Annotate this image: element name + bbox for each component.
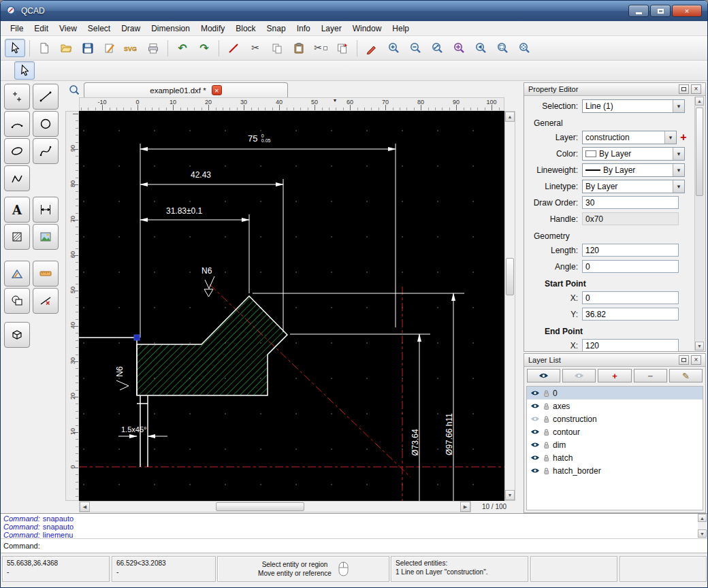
- drawing-canvas[interactable]: 75 0 0.05 42.43 31.83±0.1 N6 N6 1.5x45° …: [79, 111, 504, 501]
- zoom-out-button[interactable]: [405, 39, 425, 57]
- zoom-previous-button[interactable]: [470, 39, 491, 57]
- menu-help[interactable]: Help: [387, 22, 415, 35]
- prop-scroll-thumb[interactable]: [696, 108, 703, 196]
- hide-all-layers-button[interactable]: [562, 369, 596, 382]
- zoom-all-button[interactable]: [449, 39, 469, 57]
- layer-list-title-bar[interactable]: Layer List ×: [524, 354, 705, 367]
- draw-order-input[interactable]: [582, 196, 679, 209]
- property-pen-button[interactable]: [361, 39, 382, 57]
- canvas-hscrollbar[interactable]: ◀ ▶: [79, 501, 471, 512]
- vscroll-thumb[interactable]: [506, 258, 514, 295]
- chevron-down-icon[interactable]: ▾: [664, 131, 676, 144]
- paste-button[interactable]: [289, 39, 309, 57]
- menu-modify[interactable]: Modify: [195, 22, 230, 35]
- select-tool-button[interactable]: [5, 39, 25, 57]
- angle-input[interactable]: [582, 260, 679, 273]
- canvas-vscrollbar[interactable]: ▲ ▼: [504, 111, 515, 501]
- layer-row-contour[interactable]: contour: [527, 425, 703, 438]
- scroll-left-icon[interactable]: ◀: [80, 502, 90, 512]
- menu-view[interactable]: View: [54, 22, 82, 35]
- selection-handle[interactable]: [134, 335, 140, 340]
- edit-layer-button[interactable]: ✎: [669, 369, 703, 382]
- circle-tool-button[interactable]: [33, 111, 59, 137]
- text-tool-button[interactable]: A: [4, 197, 30, 223]
- layer-row-construction[interactable]: construction: [527, 412, 703, 425]
- arc-tool-button[interactable]: [4, 111, 30, 137]
- hatch-tool-button[interactable]: [4, 224, 30, 250]
- command-history[interactable]: Command:snapauto Command:snapauto Comman…: [1, 513, 708, 538]
- cut-button[interactable]: ✂: [245, 39, 266, 57]
- cut-with-reference-button[interactable]: ✂: [310, 39, 331, 57]
- chevron-down-icon[interactable]: ▾: [673, 180, 684, 193]
- title-bar[interactable]: QCAD ×: [1, 1, 707, 21]
- scroll-up-icon[interactable]: ▲: [698, 514, 707, 522]
- linetype-combo[interactable]: By Layer ▾: [582, 180, 685, 193]
- maximize-button[interactable]: [650, 5, 671, 17]
- add-layer-inline-button[interactable]: +: [678, 132, 689, 143]
- property-editor-title-bar[interactable]: Property Editor ×: [524, 83, 705, 96]
- menu-edit[interactable]: Edit: [29, 22, 54, 35]
- line-tool-button[interactable]: [33, 84, 59, 110]
- start-y-input[interactable]: [582, 308, 679, 321]
- remove-layer-button[interactable]: −: [634, 369, 667, 382]
- scroll-down-icon[interactable]: ▼: [698, 529, 707, 538]
- menu-draw[interactable]: Draw: [116, 22, 146, 35]
- tab-close-button[interactable]: ×: [212, 85, 222, 95]
- dimension-tool-button[interactable]: [33, 197, 59, 223]
- menu-file[interactable]: File: [5, 22, 29, 35]
- selection-combo[interactable]: Line (1) ▾: [582, 99, 685, 113]
- length-input[interactable]: [582, 244, 679, 257]
- new-file-button[interactable]: [34, 39, 54, 57]
- scroll-down-icon[interactable]: ▼: [505, 490, 515, 500]
- show-all-layers-button[interactable]: [527, 369, 560, 382]
- end-x-input[interactable]: [582, 339, 679, 351]
- chevron-down-icon[interactable]: ▾: [673, 100, 684, 112]
- hscroll-thumb[interactable]: [216, 502, 304, 511]
- tab-example01[interactable]: example01.dxf * ×: [84, 82, 288, 97]
- scroll-up-icon[interactable]: ▲: [505, 112, 515, 122]
- menu-block[interactable]: Block: [230, 22, 261, 35]
- layer-row-dim[interactable]: dim: [527, 438, 703, 451]
- scroll-up-icon[interactable]: ▲: [695, 97, 704, 105]
- spline-tool-button[interactable]: [33, 138, 59, 164]
- layer-row-hatch[interactable]: hatch: [527, 451, 703, 464]
- close-button[interactable]: ×: [672, 5, 702, 17]
- redo-button[interactable]: ↷: [194, 39, 214, 57]
- scroll-right-icon[interactable]: ▶: [460, 502, 470, 512]
- open-file-button[interactable]: [56, 39, 76, 57]
- measure-tool-button[interactable]: [4, 261, 30, 287]
- menu-snap[interactable]: Snap: [261, 22, 291, 35]
- layer-row-hatch-border[interactable]: hatch_border: [527, 464, 703, 477]
- save-button[interactable]: [78, 39, 98, 57]
- scroll-down-icon[interactable]: ▼: [695, 342, 704, 350]
- ellipse-tool-button[interactable]: [4, 138, 30, 164]
- menu-window[interactable]: Window: [347, 22, 387, 35]
- zoom-auto-button[interactable]: [427, 39, 447, 57]
- hatch-section[interactable]: [137, 296, 287, 395]
- minimize-button[interactable]: [628, 5, 649, 17]
- menu-info[interactable]: Info: [291, 22, 316, 35]
- trim-tool-button[interactable]: [33, 288, 59, 314]
- float-panel-button[interactable]: [679, 84, 689, 94]
- copy-button[interactable]: [267, 39, 287, 57]
- start-x-input[interactable]: [582, 291, 679, 304]
- layer-combo[interactable]: construction ▾: [582, 131, 677, 144]
- layer-row-axes[interactable]: axes: [527, 399, 703, 412]
- lineweight-combo[interactable]: By Layer ▾: [582, 163, 685, 177]
- copy-with-reference-button[interactable]: [332, 39, 353, 57]
- menu-dimension[interactable]: Dimension: [146, 22, 195, 35]
- float-panel-button[interactable]: [679, 355, 689, 365]
- point-tool-button[interactable]: [4, 84, 30, 110]
- drawing-preferences-button[interactable]: [99, 39, 120, 57]
- delete-button[interactable]: [223, 39, 244, 57]
- command-prompt[interactable]: Command:: [1, 538, 708, 553]
- chevron-down-icon[interactable]: ▾: [673, 164, 684, 176]
- image-tool-button[interactable]: [33, 224, 59, 250]
- zoom-window-button[interactable]: [492, 39, 513, 57]
- zoom-in-button[interactable]: [383, 39, 404, 57]
- close-panel-button[interactable]: ×: [691, 84, 701, 94]
- add-layer-button[interactable]: +: [598, 369, 631, 382]
- menu-select[interactable]: Select: [82, 22, 116, 35]
- close-panel-button[interactable]: ×: [691, 355, 701, 365]
- property-editor-scrollbar[interactable]: ▲ ▼: [694, 97, 705, 350]
